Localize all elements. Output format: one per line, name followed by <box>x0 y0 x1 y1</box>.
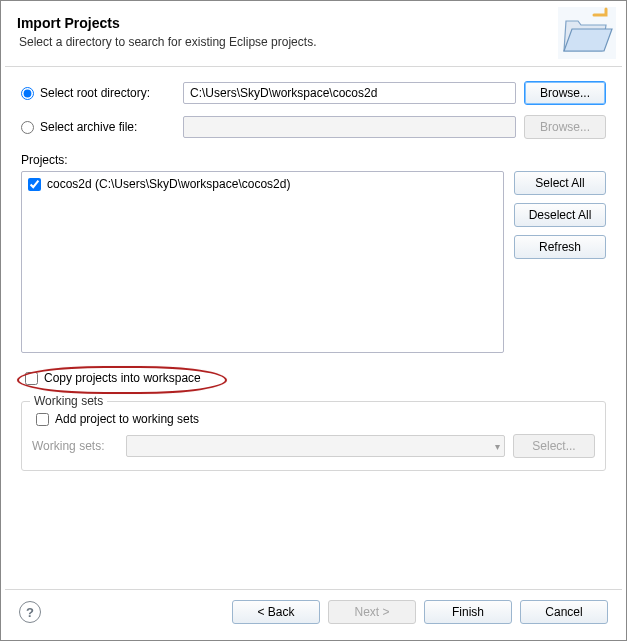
dialog-header: Import Projects Select a directory to se… <box>5 5 622 67</box>
root-directory-radio-text: Select root directory: <box>40 86 150 100</box>
working-sets-group-title: Working sets <box>30 394 107 408</box>
dialog-footer: ? < Back Next > Finish Cancel <box>5 589 622 636</box>
working-sets-combo-label: Working sets: <box>32 439 118 453</box>
archive-file-row: Select archive file: Browse... <box>21 115 606 139</box>
cancel-button[interactable]: Cancel <box>520 600 608 624</box>
add-to-working-sets-text: Add project to working sets <box>55 412 199 426</box>
svg-marker-2 <box>564 29 612 51</box>
copy-projects-checkbox-label[interactable]: Copy projects into workspace <box>21 371 606 385</box>
copy-projects-row: Copy projects into workspace <box>21 371 606 395</box>
refresh-button[interactable]: Refresh <box>514 235 606 259</box>
import-projects-dialog: Import Projects Select a directory to se… <box>5 5 622 636</box>
root-directory-row: Select root directory: Browse... <box>21 81 606 105</box>
projects-label: Projects: <box>21 153 606 167</box>
working-sets-group: Working sets Add project to working sets… <box>21 401 606 471</box>
archive-file-input <box>183 116 516 138</box>
deselect-all-button[interactable]: Deselect All <box>514 203 606 227</box>
next-button: Next > <box>328 600 416 624</box>
add-to-working-sets-checkbox[interactable] <box>36 413 49 426</box>
project-item-label: cocos2d (C:\Users\SkyD\workspace\cocos2d… <box>47 177 290 191</box>
folder-import-icon <box>558 7 616 62</box>
archive-file-radio-label[interactable]: Select archive file: <box>21 120 175 134</box>
projects-row: cocos2d (C:\Users\SkyD\workspace\cocos2d… <box>21 171 606 353</box>
working-sets-combo: ▾ <box>126 435 505 457</box>
back-button[interactable]: < Back <box>232 600 320 624</box>
select-all-button[interactable]: Select All <box>514 171 606 195</box>
page-subtitle: Select a directory to search for existin… <box>17 35 610 49</box>
finish-button[interactable]: Finish <box>424 600 512 624</box>
add-to-working-sets-label[interactable]: Add project to working sets <box>32 412 199 426</box>
list-item[interactable]: cocos2d (C:\Users\SkyD\workspace\cocos2d… <box>28 176 497 192</box>
root-directory-radio[interactable] <box>21 87 34 100</box>
select-working-sets-button: Select... <box>513 434 595 458</box>
chevron-down-icon: ▾ <box>495 441 500 452</box>
browse-root-button[interactable]: Browse... <box>524 81 606 105</box>
help-icon[interactable]: ? <box>19 601 41 623</box>
dialog-content: Select root directory: Browse... Select … <box>5 67 622 589</box>
browse-archive-button: Browse... <box>524 115 606 139</box>
project-checkbox[interactable] <box>28 178 41 191</box>
archive-file-radio[interactable] <box>21 121 34 134</box>
root-directory-radio-label[interactable]: Select root directory: <box>21 86 175 100</box>
archive-file-radio-text: Select archive file: <box>40 120 137 134</box>
projects-list[interactable]: cocos2d (C:\Users\SkyD\workspace\cocos2d… <box>21 171 504 353</box>
projects-side-buttons: Select All Deselect All Refresh <box>514 171 606 259</box>
root-directory-input[interactable] <box>183 82 516 104</box>
page-title: Import Projects <box>17 15 610 31</box>
copy-projects-checkbox[interactable] <box>25 372 38 385</box>
copy-projects-text: Copy projects into workspace <box>44 371 201 385</box>
